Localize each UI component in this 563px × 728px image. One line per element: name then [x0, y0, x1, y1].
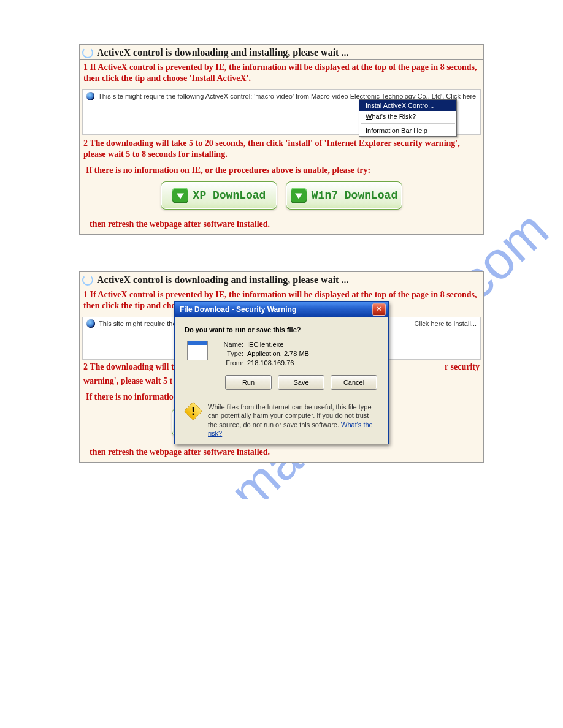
infobar-context-menu: Instal ActiveX Contro... WWhat's the Ris…: [359, 99, 457, 137]
para2-left: 2 The downloading will ta: [83, 362, 178, 373]
para2-right: r security: [445, 362, 480, 373]
shield-icon: [86, 92, 94, 100]
download-buttons-row: XP DownLoad Win7 DownLoad: [80, 176, 483, 213]
panel1-title-row: ActiveX control is downloading and insta…: [80, 45, 483, 60]
spinner-icon: [82, 275, 93, 286]
activex-panel-1: ActiveX control is downloading and insta…: [79, 44, 484, 235]
dialog-button-row: Run Save Cancel: [186, 375, 377, 390]
win7-download-label: Win7 DownLoad: [312, 189, 397, 202]
shield-icon: [86, 319, 95, 328]
name-key: Name:: [216, 341, 247, 348]
panel1-para1: 1 If ActiveX control is prevented by IE,…: [80, 60, 483, 85]
cancel-button[interactable]: Cancel: [331, 375, 377, 390]
activex-panel-2: ActiveX control is downloading and insta…: [79, 271, 484, 463]
dialog-titlebar[interactable]: File Download - Security Warning ×: [174, 301, 389, 317]
warning-text-block: While files from the Internet can be use…: [208, 403, 378, 438]
save-button[interactable]: Save: [278, 375, 324, 390]
from-value: 218.108.169.76: [247, 359, 309, 366]
dialog-file-info: Name: IEClient.exe Type: Application, 2.…: [187, 341, 378, 366]
file-download-dialog: File Download - Security Warning × Do yo…: [174, 301, 389, 444]
dialog-body: Do you want to run or save this file? Na…: [174, 317, 389, 444]
dialog-question: Do you want to run or save this file?: [185, 326, 378, 333]
win7-download-button[interactable]: Win7 DownLoad: [286, 181, 402, 210]
panel1-para4: then refresh the webpage after software …: [83, 218, 483, 230]
download-icon: [291, 188, 307, 203]
name-value: IEClient.exe: [247, 341, 309, 348]
xp-download-label: XP DownLoad: [193, 189, 266, 202]
panel1-para2: 2 The downloading will take 5 to 20 seco…: [80, 136, 483, 161]
panel1-para3: If there is no information on IE, or the…: [80, 164, 483, 176]
download-icon: [172, 188, 188, 203]
menu-whats-the-risk[interactable]: WWhat's the Risk?hat's the Risk?: [359, 111, 456, 122]
type-key: Type:: [216, 350, 247, 357]
warning-icon: [185, 403, 202, 420]
menu-separator: [361, 123, 455, 124]
page: manualshive.com ActiveX control is downl…: [0, 0, 563, 463]
from-key: From:: [216, 359, 247, 366]
application-icon: [187, 341, 208, 360]
dialog-warning: While files from the Internet can be use…: [185, 396, 378, 438]
panel2-title-row: ActiveX control is downloading and insta…: [80, 272, 483, 287]
type-value: Application, 2.78 MB: [247, 350, 309, 357]
panel2-title: ActiveX control is downloading and insta…: [97, 275, 348, 286]
infobar-frame: Instal ActiveX Contro... WWhat's the Ris…: [82, 102, 481, 135]
close-icon[interactable]: ×: [372, 303, 386, 316]
infobar-text-right: Click here to install...: [415, 320, 477, 327]
menu-install-activex[interactable]: Instal ActiveX Contro...: [359, 100, 456, 111]
spinner-icon: [82, 47, 93, 58]
dialog-title: File Download - Security Warning: [180, 305, 296, 314]
panel2-para4: then refresh the webpage after software …: [83, 446, 483, 458]
run-button[interactable]: Run: [225, 375, 272, 390]
panel1-title: ActiveX control is downloading and insta…: [97, 47, 348, 58]
xp-download-button[interactable]: XP DownLoad: [161, 181, 277, 210]
file-properties: Name: IEClient.exe Type: Application, 2.…: [216, 341, 309, 366]
menu-infobar-help[interactable]: Information Bar HelpInformation Bar Help: [359, 125, 456, 136]
